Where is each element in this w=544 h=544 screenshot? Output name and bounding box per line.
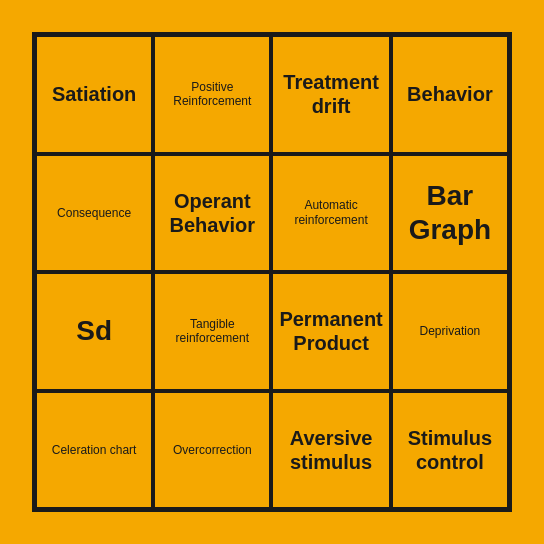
cell-label-r2c0: Sd [76,314,112,348]
cell-r3c3[interactable]: Stimulus control [391,391,509,510]
cell-r0c0[interactable]: Satiation [35,35,153,154]
cell-label-r1c3: Bar Graph [399,179,501,246]
cell-r2c1[interactable]: Tangible reinforcement [153,272,271,391]
cell-label-r2c1: Tangible reinforcement [161,317,263,346]
cell-r3c0[interactable]: Celeration chart [35,391,153,510]
cell-r2c3[interactable]: Deprivation [391,272,509,391]
cell-label-r3c1: Overcorrection [173,443,252,457]
cell-label-r3c2: Aversive stimulus [279,426,382,474]
cell-label-r0c3: Behavior [407,82,493,106]
cell-label-r0c1: Positive Reinforcement [161,80,263,109]
cell-label-r1c2: Automatic reinforcement [279,198,382,227]
cell-r0c3[interactable]: Behavior [391,35,509,154]
cell-r1c3[interactable]: Bar Graph [391,154,509,273]
cell-r2c0[interactable]: Sd [35,272,153,391]
cell-label-r3c0: Celeration chart [52,443,137,457]
cell-label-r0c2: Treatment drift [279,70,382,118]
cell-label-r1c0: Consequence [57,206,131,220]
cell-r1c2[interactable]: Automatic reinforcement [271,154,390,273]
cell-r3c1[interactable]: Overcorrection [153,391,271,510]
cell-r1c0[interactable]: Consequence [35,154,153,273]
bingo-board: SatiationPositive ReinforcementTreatment… [32,32,512,512]
cell-label-r1c1: Operant Behavior [161,189,263,237]
cell-r0c2[interactable]: Treatment drift [271,35,390,154]
cell-label-r2c2: Permanent Product [279,307,382,355]
cell-label-r2c3: Deprivation [420,324,481,338]
cell-label-r3c3: Stimulus control [399,426,501,474]
cell-label-r0c0: Satiation [52,82,136,106]
cell-r0c1[interactable]: Positive Reinforcement [153,35,271,154]
cell-r3c2[interactable]: Aversive stimulus [271,391,390,510]
cell-r2c2[interactable]: Permanent Product [271,272,390,391]
cell-r1c1[interactable]: Operant Behavior [153,154,271,273]
